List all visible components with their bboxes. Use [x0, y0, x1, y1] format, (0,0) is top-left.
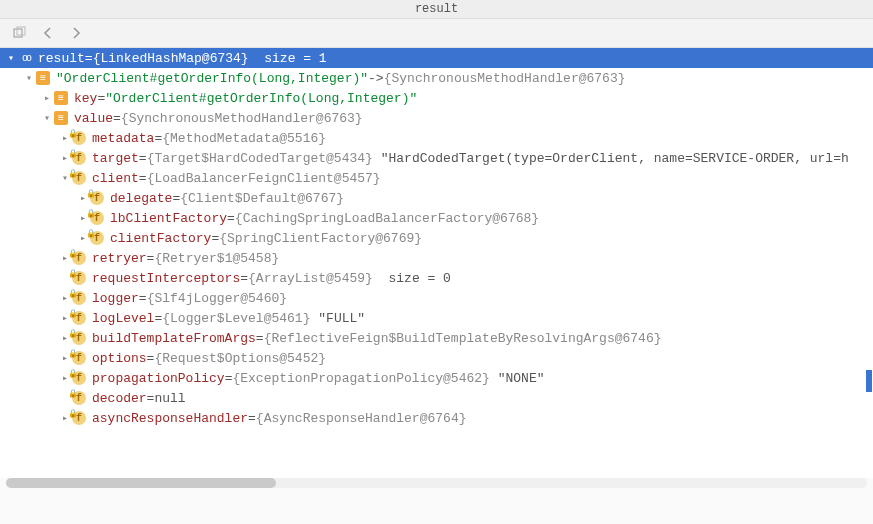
tree-row[interactable]: 🔒f decoder = null	[0, 388, 873, 408]
var-extra: "FULL"	[318, 311, 365, 326]
chevron-right-icon[interactable]: ▸	[40, 91, 54, 105]
field-icon: 🔒f	[72, 331, 86, 345]
chevron-down-icon[interactable]: ▾	[22, 71, 36, 85]
watch-icon: oo	[18, 50, 34, 66]
var-value: {Retryer$1@5458}	[154, 251, 279, 266]
field-icon: 🔒f	[72, 391, 86, 405]
field-icon: 🔒f	[72, 271, 86, 285]
var-value: "OrderClient#getOrderInfo(Long,Integer)"	[105, 91, 417, 106]
var-name: options	[92, 351, 147, 366]
tree-row[interactable]: ▸ 🔒f target = {Target$HardCodedTarget@54…	[0, 148, 873, 168]
var-value: {ArrayList@5459}	[248, 271, 373, 286]
size-text: size = 0	[388, 271, 450, 286]
tree-row[interactable]: ▸ 🔒f clientFactory = {SpringClientFactor…	[0, 228, 873, 248]
tree-row-entry[interactable]: ▾ ≡ "OrderClient#getOrderInfo(Long,Integ…	[0, 68, 873, 88]
field-icon: 🔒f	[72, 371, 86, 385]
tree-row[interactable]: ▸ 🔒f lbClientFactory = {CachingSpringLoa…	[0, 208, 873, 228]
var-value: {MethodMetadata@5516}	[162, 131, 326, 146]
tree-row-root[interactable]: ▾ oo result = {LinkedHashMap@6734} size …	[0, 48, 873, 68]
frames-icon[interactable]	[12, 25, 28, 41]
lock-icon: 🔒	[68, 169, 78, 178]
var-name: propagationPolicy	[92, 371, 225, 386]
lock-icon: 🔒	[68, 309, 78, 318]
lock-icon: 🔒	[68, 329, 78, 338]
var-value: {Client$Default@6767}	[180, 191, 344, 206]
field-icon: 🔒f	[72, 351, 86, 365]
var-value: {Target$HardCodedTarget@5434}	[147, 151, 373, 166]
var-value: {Logger$Level@5461}	[162, 311, 310, 326]
var-name: asyncResponseHandler	[92, 411, 248, 426]
var-name: clientFactory	[110, 231, 211, 246]
var-name: key	[74, 91, 97, 106]
tree-row[interactable]: ▸ 🔒f asyncResponseHandler = {AsyncRespon…	[0, 408, 873, 428]
tree-row-value[interactable]: ▾ ≡ value = {SynchronousMethodHandler@67…	[0, 108, 873, 128]
lock-icon: 🔒	[68, 389, 78, 398]
svg-rect-1	[17, 27, 25, 35]
entry-icon: ≡	[36, 71, 50, 85]
var-name: decoder	[92, 391, 147, 406]
var-value: {AsyncResponseHandler@6764}	[256, 411, 467, 426]
lock-icon: 🔒	[68, 289, 78, 298]
entry-icon: ≡	[54, 111, 68, 125]
lock-icon: 🔒	[86, 229, 96, 238]
var-value: {CachingSpringLoadBalancerFactory@6768}	[235, 211, 539, 226]
var-name: retryer	[92, 251, 147, 266]
tree-row[interactable]: 🔒f requestInterceptors = {ArrayList@5459…	[0, 268, 873, 288]
back-icon[interactable]	[40, 25, 56, 41]
lock-icon: 🔒	[68, 249, 78, 258]
tree-row[interactable]: ▸ 🔒f logLevel = {Logger$Level@5461} "FUL…	[0, 308, 873, 328]
tree-row[interactable]: ▸ 🔒f delegate = {Client$Default@6767}	[0, 188, 873, 208]
scrollbar-thumb[interactable]	[6, 478, 276, 488]
chevron-down-icon[interactable]: ▾	[40, 111, 54, 125]
lock-icon: 🔒	[68, 369, 78, 378]
field-icon: 🔒f	[72, 311, 86, 325]
lock-icon: 🔒	[86, 189, 96, 198]
var-name: result	[38, 51, 85, 66]
var-name: logger	[92, 291, 139, 306]
field-icon: 🔒f	[72, 171, 86, 185]
tree-row[interactable]: ▾ 🔒f client = {LoadBalancerFeignClient@5…	[0, 168, 873, 188]
lock-icon: 🔒	[68, 269, 78, 278]
tree-row-key[interactable]: ▸ ≡ key = "OrderClient#getOrderInfo(Long…	[0, 88, 873, 108]
field-icon: 🔒f	[72, 251, 86, 265]
variables-tree[interactable]: ▾ oo result = {LinkedHashMap@6734} size …	[0, 48, 873, 478]
var-value: {SynchronousMethodHandler@6763}	[121, 111, 363, 126]
var-value: {LinkedHashMap@6734}	[93, 51, 249, 66]
var-extra: "HardCodedTarget(type=OrderClient, name=…	[381, 151, 849, 166]
null-value: null	[154, 391, 185, 406]
var-value: {SpringClientFactory@6769}	[219, 231, 422, 246]
entry-key: "OrderClient#getOrderInfo(Long,Integer)"	[56, 71, 368, 86]
var-name: metadata	[92, 131, 154, 146]
tree-row[interactable]: ▸ 🔒f options = {Request$Options@5452}	[0, 348, 873, 368]
var-name: delegate	[110, 191, 172, 206]
lock-icon: 🔒	[68, 129, 78, 138]
var-name: buildTemplateFromArgs	[92, 331, 256, 346]
field-icon: 🔒f	[72, 291, 86, 305]
var-value: {Slf4jLogger@5460}	[147, 291, 287, 306]
var-name: logLevel	[92, 311, 154, 326]
tree-row[interactable]: ▸ 🔒f metadata = {MethodMetadata@5516}	[0, 128, 873, 148]
tree-row[interactable]: ▸ 🔒f buildTemplateFromArgs = {Reflective…	[0, 328, 873, 348]
lock-icon: 🔒	[68, 409, 78, 418]
forward-icon[interactable]	[68, 25, 84, 41]
tree-row[interactable]: ▸ 🔒f propagationPolicy = {ExceptionPropa…	[0, 368, 873, 388]
field-icon: 🔒f	[72, 131, 86, 145]
field-icon: 🔒f	[72, 411, 86, 425]
vertical-scroll-marker[interactable]	[866, 370, 872, 392]
field-icon: 🔒f	[72, 151, 86, 165]
var-name: lbClientFactory	[110, 211, 227, 226]
var-value: {LoadBalancerFeignClient@5457}	[147, 171, 381, 186]
tree-row[interactable]: ▸ 🔒f retryer = {Retryer$1@5458}	[0, 248, 873, 268]
window-title: result	[0, 0, 873, 19]
var-extra: "NONE"	[498, 371, 545, 386]
size-text: size = 1	[264, 51, 326, 66]
chevron-down-icon[interactable]: ▾	[4, 51, 18, 65]
lock-icon: 🔒	[68, 149, 78, 158]
debug-toolbar	[0, 19, 873, 48]
field-icon: 🔒f	[90, 191, 104, 205]
tree-row[interactable]: ▸ 🔒f logger = {Slf4jLogger@5460}	[0, 288, 873, 308]
horizontal-scrollbar[interactable]	[6, 478, 867, 488]
entry-value: {SynchronousMethodHandler@6763}	[384, 71, 626, 86]
var-name: value	[74, 111, 113, 126]
svg-rect-0	[14, 29, 22, 37]
